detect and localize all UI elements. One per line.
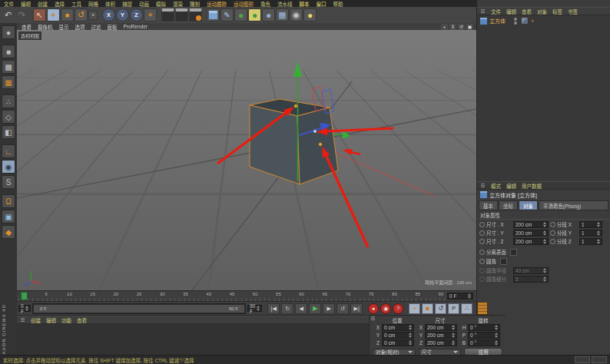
vp-menu-panel[interactable]: 面板	[108, 23, 118, 31]
viewport-solo-icon[interactable]: ◉	[2, 160, 15, 174]
lock-workplane-icon[interactable]: ◆	[2, 225, 15, 239]
phong-tag-icon[interactable]	[522, 18, 528, 24]
am-menu-mode[interactable]: 模式	[491, 182, 501, 190]
om-menu-edit[interactable]: 编辑	[506, 8, 516, 15]
enable-axis-icon[interactable]: ∟	[2, 144, 15, 158]
redo-icon[interactable]: ↷	[15, 8, 28, 22]
previous-frame-button[interactable]: ◀	[295, 303, 307, 314]
scale-tool-icon[interactable]: ■	[61, 8, 74, 22]
environment-icon[interactable]: ●	[262, 8, 275, 22]
om-menu-bookmarks[interactable]: 书签	[568, 8, 578, 15]
visibility-dots-icon[interactable]	[514, 18, 517, 25]
keyframe-dot-icon[interactable]	[479, 222, 485, 227]
z-axis-lock-icon[interactable]: Z	[130, 8, 143, 22]
position-z-input[interactable]: 0 cm	[382, 339, 414, 346]
om-menu-file[interactable]: 文件	[491, 8, 501, 15]
record-options-button[interactable]: ?	[393, 303, 403, 314]
texture-mode-icon[interactable]: ▩	[2, 60, 15, 74]
keyframe-dot-icon[interactable]	[550, 222, 555, 227]
segments-y-input[interactable]: 1	[579, 230, 602, 237]
record-keyframe-button[interactable]: ●	[368, 303, 379, 314]
om-menu-objects[interactable]: 对象	[537, 8, 547, 15]
make-editable-icon[interactable]: ●	[2, 25, 15, 39]
position-y-input[interactable]: 0 cm	[382, 332, 414, 339]
range-end-field[interactable]: 90 F	[247, 305, 262, 312]
dolly-view-icon[interactable]: ⇕	[449, 24, 456, 30]
deformer-icon[interactable]: ●	[248, 8, 261, 22]
subdivision-surface-icon[interactable]: ●	[234, 8, 247, 22]
edges-mode-icon[interactable]: ◇	[2, 110, 15, 124]
goto-end-button[interactable]: ▶|	[350, 303, 363, 314]
rotate-tool-icon[interactable]: ↺	[75, 8, 88, 22]
size-x-input[interactable]: 200 cm	[513, 221, 549, 228]
keyframe-dot-icon[interactable]	[479, 250, 485, 255]
vp-menu-filter[interactable]: 过滤	[91, 23, 101, 31]
tab-basic[interactable]: 基本	[479, 200, 498, 210]
segments-z-input[interactable]: 1	[579, 238, 602, 245]
tab-object[interactable]: 对象	[519, 200, 538, 210]
undo-icon[interactable]: ↶	[2, 8, 15, 22]
loop-button[interactable]: ↺	[336, 303, 349, 314]
timeline-ruler[interactable]: 05 1015 2025 3035 4045 5055 6065 7075 80…	[17, 290, 476, 301]
y-axis-lock-icon[interactable]: Y	[116, 8, 129, 22]
size-z-input[interactable]: 200 cm	[513, 238, 549, 245]
primitive-cube-icon[interactable]	[207, 8, 220, 22]
move-tool-icon[interactable]: +	[47, 8, 60, 22]
size-x-input[interactable]: 200 cm	[425, 324, 457, 331]
key-rotation-toggle[interactable]: ↺	[435, 303, 446, 314]
render-picture-viewer-icon[interactable]	[175, 8, 188, 22]
mm-menu-edit[interactable]: 编辑	[46, 316, 56, 324]
current-frame-field[interactable]: 0 F	[447, 293, 473, 299]
x-axis-lock-icon[interactable]: X	[102, 8, 115, 22]
light-icon[interactable]: ●	[303, 8, 317, 22]
frame-range-slider[interactable]: 0 F 90 F	[32, 303, 246, 314]
key-scale-toggle[interactable]: ■	[422, 303, 433, 314]
panel-grip-icon[interactable]	[21, 319, 25, 320]
live-selection-icon[interactable]: ↖	[33, 8, 46, 22]
panel-grip-icon[interactable]	[371, 318, 375, 319]
key-pla-toggle[interactable]: ∴	[461, 303, 472, 314]
key-position-toggle[interactable]: +	[409, 303, 420, 314]
instance-array-icon[interactable]: ▦	[276, 8, 289, 22]
rotation-p-input[interactable]: 0 °	[468, 332, 500, 339]
mm-menu-view[interactable]: 查看	[77, 316, 87, 324]
mm-menu-create[interactable]: 创建	[31, 316, 41, 324]
panel-grip-icon[interactable]	[481, 185, 485, 186]
toggle-views-icon[interactable]: ▣	[466, 24, 473, 30]
frame-ruler[interactable]: 05 1015 2025 3035 4045 5055 6065 7075 80…	[18, 291, 446, 301]
range-start-field[interactable]: 0 F	[18, 305, 31, 312]
keyframe-dot-icon[interactable]	[479, 239, 485, 244]
render-view-icon[interactable]	[161, 8, 174, 22]
position-x-input[interactable]: 0 cm	[382, 324, 414, 331]
snap-settings-icon[interactable]: S	[2, 175, 15, 189]
size-y-input[interactable]: 200 cm	[513, 230, 549, 237]
keyframe-presets-icon[interactable]	[477, 302, 488, 315]
am-menu-userdata[interactable]: 用户数据	[522, 182, 542, 190]
pan-view-icon[interactable]: +	[441, 24, 448, 30]
vp-menu-display[interactable]: 显示	[59, 23, 69, 31]
size-y-input[interactable]: 200 cm	[425, 332, 457, 339]
rotation-h-input[interactable]: 0 °	[468, 324, 500, 331]
view-label[interactable]: 透视视图	[18, 31, 41, 40]
am-menu-edit[interactable]: 编辑	[506, 182, 516, 190]
vp-menu-prorender[interactable]: ProRender	[124, 24, 148, 29]
rotation-b-input[interactable]: 0 °	[468, 339, 500, 346]
autokeying-button[interactable]: ◉	[380, 303, 391, 314]
segments-x-input[interactable]: 1	[579, 221, 602, 228]
keyframe-dot-icon[interactable]	[550, 239, 555, 244]
panel-grip-icon[interactable]	[481, 11, 485, 12]
next-frame-button[interactable]: ▶	[323, 303, 335, 314]
axis-center-point[interactable]	[313, 130, 317, 133]
camera-icon[interactable]: ◉	[290, 8, 303, 22]
enable-snap-icon[interactable]: Ω	[2, 194, 15, 208]
spline-pen-icon[interactable]: ✎	[220, 8, 234, 22]
polygons-mode-icon[interactable]: ◧	[2, 125, 15, 139]
tab-phong[interactable]: 平滑着色(Phong)	[539, 200, 608, 210]
workplane-mode-icon[interactable]: ▦	[2, 75, 15, 89]
om-menu-tags[interactable]: 标签	[552, 8, 562, 15]
render-settings-icon[interactable]	[189, 8, 202, 22]
play-backwards-button[interactable]: ↻	[281, 303, 293, 314]
workplane-icon[interactable]: ▣	[2, 210, 15, 223]
key-parameter-toggle[interactable]: P	[448, 303, 459, 314]
vp-menu-options[interactable]: 选项	[75, 23, 85, 31]
